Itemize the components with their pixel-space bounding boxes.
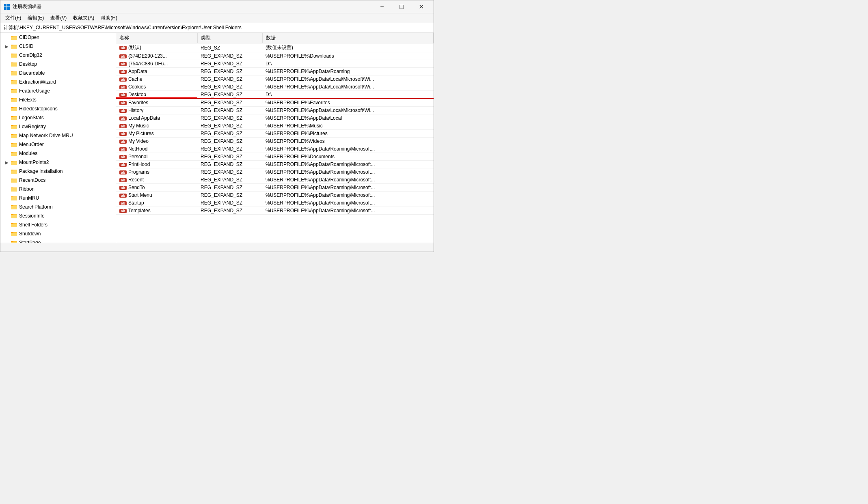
table-row[interactable]: abAppDataREG_EXPAND_SZ%USERPROFILE%\AppD…: [116, 68, 434, 75]
expand-icon: [4, 204, 10, 210]
svg-rect-21: [11, 81, 17, 84]
folder-icon: [11, 97, 17, 103]
tree-item[interactable]: RunMRU: [0, 194, 116, 202]
expand-icon: [4, 222, 10, 228]
value-data: %USERPROFILE%\AppData\Roaming: [262, 68, 434, 75]
tree-item[interactable]: Shell Folders: [0, 220, 116, 229]
tree-item[interactable]: CIDOpen: [0, 33, 116, 42]
svg-rect-54: [11, 179, 17, 183]
tree-item[interactable]: LowRegistry: [0, 122, 116, 131]
value-data: %USERPROFILE%\AppData\Roaming\Microsoft.…: [262, 145, 434, 153]
reg-type-icon: ab: [119, 101, 127, 105]
tree-item[interactable]: Map Network Drive MRU: [0, 131, 116, 140]
tree-item[interactable]: ComDlg32: [0, 51, 116, 60]
menu-favorites[interactable]: 收藏夹(A): [70, 14, 97, 22]
tree-item[interactable]: FeatureUsage: [0, 86, 116, 95]
close-button[interactable]: ✕: [412, 0, 430, 13]
tree-item[interactable]: Modules: [0, 149, 116, 158]
table-row[interactable]: ab{374DE290-123...REG_EXPAND_SZ%USERPROF…: [116, 52, 434, 60]
tree-item-label: Ribbon: [19, 186, 35, 192]
value-name: abRecent: [116, 176, 197, 184]
tree-item[interactable]: ▶ MountPoints2: [0, 158, 116, 167]
tree-item[interactable]: Hidedesktopicons: [0, 104, 116, 113]
reg-type-icon: ab: [119, 78, 127, 82]
table-row[interactable]: abProgramsREG_EXPAND_SZ%USERPROFILE%\App…: [116, 168, 434, 176]
reg-type-icon: ab: [119, 178, 127, 182]
value-name: ab(默认): [116, 43, 197, 52]
table-row[interactable]: abMy VideoREG_EXPAND_SZ%USERPROFILE%\Vid…: [116, 138, 434, 145]
table-row[interactable]: abPrintHoodREG_EXPAND_SZ%USERPROFILE%\Ap…: [116, 161, 434, 168]
table-row[interactable]: abPersonalREG_EXPAND_SZ%USERPROFILE%\Doc…: [116, 153, 434, 161]
svg-rect-3: [7, 7, 10, 10]
value-type: REG_EXPAND_SZ: [197, 184, 262, 192]
tree-item[interactable]: Ribbon: [0, 185, 116, 194]
table-row[interactable]: abLocal AppDataREG_EXPAND_SZ%USERPROFILE…: [116, 114, 434, 122]
table-row[interactable]: abHistoryREG_EXPAND_SZ%USERPROFILE%\AppD…: [116, 107, 434, 114]
value-name: abMy Pictures: [116, 130, 197, 138]
table-row[interactable]: ab(默认)REG_SZ(数值未设置): [116, 43, 434, 52]
reg-type-icon: ab: [119, 147, 127, 151]
table-row[interactable]: abCookiesREG_EXPAND_SZ%USERPROFILE%\AppD…: [116, 83, 434, 91]
tree-item[interactable]: Discardable: [0, 69, 116, 78]
table-row[interactable]: abSendToREG_EXPAND_SZ%USERPROFILE%\AppDa…: [116, 184, 434, 192]
folder-icon: [11, 43, 17, 50]
menu-view[interactable]: 查看(V): [47, 14, 70, 22]
folder-icon: [11, 123, 17, 130]
folder-icon: [11, 34, 17, 41]
tree-item[interactable]: ExtractionWizard: [0, 78, 116, 86]
values-panel[interactable]: 名称 类型 数据 ab(默认)REG_SZ(数值未设置)ab{374DE290-…: [116, 33, 434, 243]
value-data: %USERPROFILE%\Downloads: [262, 52, 434, 60]
reg-type-icon: ab: [119, 140, 127, 144]
tree-item[interactable]: SessionInfo: [0, 211, 116, 220]
tree-item[interactable]: FileExts: [0, 95, 116, 104]
svg-rect-66: [11, 215, 17, 218]
value-type: REG_EXPAND_SZ: [197, 114, 262, 122]
tree-item[interactable]: StartPage: [0, 238, 116, 243]
tree-item[interactable]: Desktop: [0, 60, 116, 69]
menu-help[interactable]: 帮助(H): [97, 14, 121, 22]
table-row[interactable]: abTemplatesREG_EXPAND_SZ%USERPROFILE%\Ap…: [116, 207, 434, 215]
table-row[interactable]: abMy MusicREG_EXPAND_SZ%USERPROFILE%\Mus…: [116, 122, 434, 130]
maximize-button[interactable]: □: [392, 0, 411, 13]
expand-icon: [4, 97, 10, 103]
table-row[interactable]: abDesktopREG_EXPAND_SZD:\: [116, 91, 434, 99]
folder-icon: [11, 177, 17, 183]
table-row[interactable]: abFavoritesREG_EXPAND_SZ%USERPROFILE%\Fa…: [116, 99, 434, 107]
value-data: %USERPROFILE%\Music: [262, 122, 434, 130]
minimize-button[interactable]: −: [373, 0, 391, 13]
table-row[interactable]: abCacheREG_EXPAND_SZ%USERPROFILE%\AppDat…: [116, 75, 434, 83]
table-row[interactable]: abStart MenuREG_EXPAND_SZ%USERPROFILE%\A…: [116, 192, 434, 199]
expand-icon: [4, 106, 10, 112]
value-type: REG_EXPAND_SZ: [197, 168, 262, 176]
tree-item[interactable]: ▶ CLSID: [0, 42, 116, 51]
table-row[interactable]: abRecentREG_EXPAND_SZ%USERPROFILE%\AppDa…: [116, 176, 434, 184]
table-row[interactable]: ab{754AC886-DF6...REG_EXPAND_SZD:\: [116, 60, 434, 68]
menu-file[interactable]: 文件(F): [2, 14, 24, 22]
tree-item[interactable]: LogonStats: [0, 113, 116, 122]
value-name: abMy Video: [116, 138, 197, 145]
tree-item[interactable]: Shutdown: [0, 229, 116, 238]
reg-type-icon: ab: [119, 70, 127, 74]
value-data: %USERPROFILE%\AppData\Local\Microsoft\Wi…: [262, 75, 434, 83]
value-name: ab{374DE290-123...: [116, 52, 197, 60]
value-data: %USERPROFILE%\AppData\Roaming\Microsoft.…: [262, 199, 434, 207]
table-row[interactable]: abMy PicturesREG_EXPAND_SZ%USERPROFILE%\…: [116, 130, 434, 138]
svg-rect-72: [11, 233, 17, 236]
table-row[interactable]: abNetHoodREG_EXPAND_SZ%USERPROFILE%\AppD…: [116, 145, 434, 153]
table-row[interactable]: abStartupREG_EXPAND_SZ%USERPROFILE%\AppD…: [116, 199, 434, 207]
menu-edit[interactable]: 编辑(E): [24, 14, 47, 22]
tree-item[interactable]: MenuOrder: [0, 140, 116, 149]
reg-type-icon: ab: [119, 194, 127, 198]
tree-item[interactable]: SearchPlatform: [0, 202, 116, 211]
expand-icon: [4, 88, 10, 94]
value-type: REG_EXPAND_SZ: [197, 68, 262, 75]
expand-icon: [4, 230, 10, 237]
address-bar: 计算机\HKEY_CURRENT_USER\SOFTWARE\Microsoft…: [0, 23, 434, 33]
tree-item[interactable]: RecentDocs: [0, 176, 116, 185]
registry-tree[interactable]: CIDOpen▶ CLSID ComDlg32 Desktop Discarda…: [0, 33, 116, 243]
svg-rect-51: [11, 170, 17, 174]
tree-item[interactable]: Package Installation: [0, 167, 116, 176]
folder-icon: [11, 204, 17, 210]
value-name: abStart Menu: [116, 192, 197, 199]
tree-item-label: SearchPlatform: [19, 204, 53, 210]
